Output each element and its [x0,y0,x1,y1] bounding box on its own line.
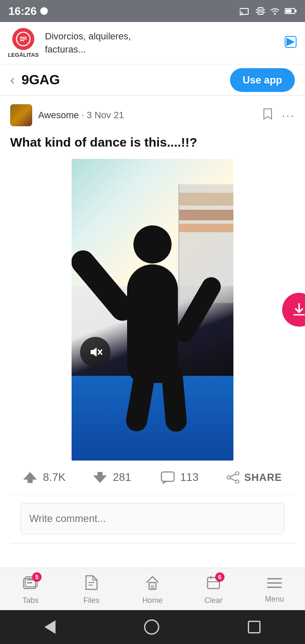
menu-icon [267,577,282,592]
comment-stat[interactable]: 113 [146,471,214,484]
svg-rect-0 [240,8,248,14]
svg-rect-34 [151,585,154,589]
clear-icon: 6 [206,575,221,594]
clear-label: Clear [204,596,222,605]
share-label: SHARE [244,472,282,483]
legalitas-logo-icon [16,31,31,47]
svg-rect-3 [259,9,262,13]
wifi-icon [269,7,280,15]
post-title: What kind of dance is this....!!? [10,134,295,150]
files-label: Files [83,596,100,605]
downvote-stat[interactable]: 281 [78,471,146,484]
downvote-icon [92,471,108,484]
ad-text: Divorcios, alquileres, facturas... [45,30,131,56]
svg-point-23 [227,476,230,479]
vibrate-icon [256,6,265,16]
post-stats: 8.7K 281 113 [10,461,295,494]
ad-logo: LEGÁLITAS [8,28,38,58]
status-time: 16:26 [8,5,48,18]
svg-line-25 [230,474,236,477]
clear-badge: 6 [215,572,225,582]
home-icon [145,575,160,594]
home-label: Home [142,596,163,605]
comment-section [10,494,295,544]
svg-line-26 [230,478,236,481]
more-options-icon[interactable]: ··· [282,108,295,122]
menu-label: Menu [265,595,284,604]
svg-marker-16 [286,38,295,46]
files-icon [84,575,99,594]
android-back-button[interactable] [44,620,55,634]
upvote-icon [22,471,38,484]
nav-clear[interactable]: 6 Clear [192,575,235,605]
site-title: 9GAG [22,72,230,88]
upvote-stat[interactable]: 8.7K [10,471,78,484]
browser-toolbar: ‹ 9GAG Use app [0,64,305,96]
tabs-label: Tabs [22,596,39,605]
ad-content: LEGÁLITAS Divorcios, alquileres, factura… [8,28,131,58]
battery-icon [285,8,297,14]
upvote-count: 8.7K [43,471,66,484]
android-recents-button[interactable] [248,621,261,633]
use-app-button[interactable]: Use app [230,68,295,92]
android-home-button[interactable] [144,619,159,635]
mute-icon [88,345,103,359]
share-icon [226,472,240,483]
mute-button[interactable] [80,337,111,367]
post-actions: ··· [262,108,295,123]
nav-tabs[interactable]: 5 5 Tabs [9,575,52,605]
svg-rect-11 [295,10,297,12]
downvote-count: 281 [113,471,131,484]
download-button[interactable] [282,293,305,327]
svg-rect-10 [286,9,291,13]
cast-icon [240,7,252,15]
svg-rect-21 [161,472,174,481]
comment-icon [161,471,175,484]
comment-count: 113 [180,471,198,484]
avatar [10,104,32,126]
bottom-nav: 5 5 Tabs Files Home [0,568,305,610]
post-header: Awesome · 3 Nov 21 ··· [10,104,295,126]
nav-menu[interactable]: Menu [253,577,296,604]
post-date: 3 Nov 21 [87,110,124,120]
nav-files[interactable]: Files [70,575,113,605]
svg-rect-30 [27,582,32,583]
status-icons [240,6,297,16]
tabs-icon: 5 5 [23,575,38,594]
post-image [72,159,233,461]
status-dot [40,7,48,15]
post-author-name: Awesome [38,110,79,120]
download-icon [291,302,305,317]
head-silhouette [133,225,172,264]
post-meta: Awesome · 3 Nov 21 [38,110,124,121]
ad-arrow-icon [285,36,297,50]
svg-point-8 [274,13,276,15]
comment-input[interactable] [20,503,285,534]
bookmark-icon[interactable] [262,108,273,123]
status-bar: 16:26 [0,0,305,22]
tabs-badge: 5 [32,572,42,582]
post-image-wrapper [10,159,295,461]
android-nav [0,610,305,644]
nav-home[interactable]: Home [131,575,174,605]
post-container: Awesome · 3 Nov 21 ··· What kind of danc… [0,96,305,544]
svg-point-22 [236,472,239,475]
share-stat[interactable]: SHARE [214,472,295,483]
back-button[interactable]: ‹ [10,72,15,88]
svg-point-24 [236,480,239,483]
ad-banner[interactable]: LEGÁLITAS Divorcios, alquileres, factura… [0,22,305,64]
post-author: Awesome · 3 Nov 21 [10,104,124,126]
